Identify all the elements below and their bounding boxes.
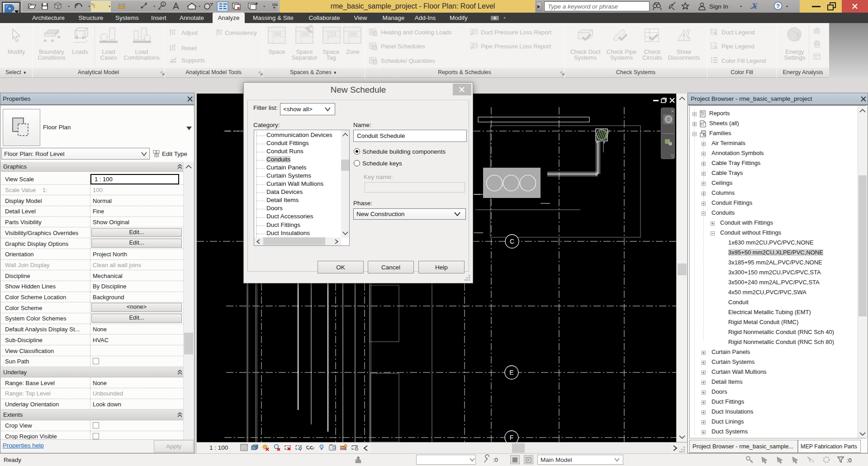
- svg-text:F: F: [510, 434, 514, 441]
- svg-text:C: C: [510, 238, 514, 245]
- svg-text:1: 1: [331, 33, 333, 37]
- svg-text:1: 1: [162, 2, 164, 7]
- svg-text:X: X: [750, 1, 759, 10]
- svg-text:Sign In: Sign In: [709, 3, 728, 10]
- svg-text:?: ?: [776, 3, 780, 9]
- svg-text:E: E: [509, 369, 513, 376]
